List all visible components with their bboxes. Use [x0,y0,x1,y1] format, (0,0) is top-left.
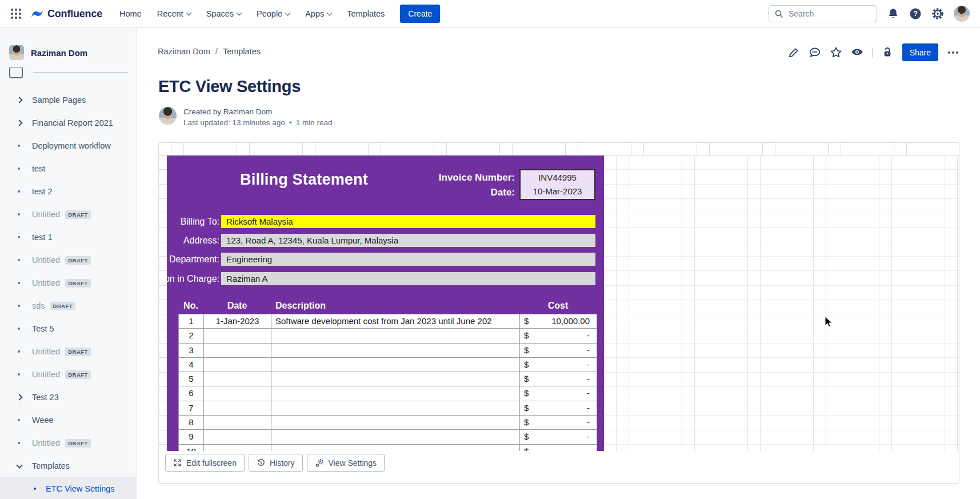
fullscreen-icon [173,458,182,467]
cell-no: 3 [179,344,204,358]
share-button[interactable]: Share [902,43,938,61]
author-avatar[interactable] [159,107,177,125]
draft-badge: DRAFT [50,302,76,310]
chevron-down-icon [186,10,191,15]
create-button[interactable]: Create [400,5,440,23]
sidebar-page-item[interactable]: Untitled DRAFT [0,340,136,363]
page-title: ETC View Settings [158,77,301,96]
sidebar-partial-item [0,66,136,83]
divider [33,72,128,73]
sidebar-item-label: Deployment workflow [32,141,111,150]
watch-eye-icon[interactable] [851,46,863,59]
svg-text:?: ? [913,10,918,18]
sidebar-page-item[interactable]: test [0,157,136,180]
cell-description [271,430,520,444]
sidebar-page-item[interactable]: sds DRAFT [0,294,136,317]
divider [872,47,873,58]
sidebar-page-item[interactable]: Deployment workflow [0,134,136,157]
nav-spaces[interactable]: Spaces [206,9,241,18]
space-name: Raziman Dom [31,48,87,58]
view-settings-button[interactable]: View Settings [307,454,385,472]
sidebar-page-item[interactable]: test 2 [0,180,136,203]
header-cost: Cost [519,301,597,311]
sidebar-page-item[interactable]: Test 23 [0,386,136,409]
breadcrumb-templates-link[interactable]: Templates [223,47,261,56]
sidebar-page-item[interactable]: Untitled DRAFT [0,203,136,226]
nav-recent[interactable]: Recent [157,9,191,18]
space-header[interactable]: Raziman Dom [9,45,87,60]
spreadsheet-macro: Billing Statement Invoice Number: Date: … [158,142,959,484]
last-updated[interactable]: Last updated: 13 minutes ago [183,118,285,127]
settings-gear-icon[interactable] [931,7,944,20]
table-row: 7 $ - [179,401,597,416]
notifications-bell-icon[interactable] [887,7,899,20]
sidebar-item-label: Untitled [32,256,60,265]
sidebar-item-label: Untitled [32,438,60,448]
sidebar-page-item[interactable]: ETC View Settings [0,477,136,499]
cell-description [271,329,520,343]
cell-no: 8 [179,416,204,430]
app-switcher-icon[interactable] [10,8,22,19]
cell-currency: $ [520,344,536,358]
breadcrumb-space-link[interactable]: Raziman Dom [158,47,210,56]
sidebar-page-item[interactable]: Untitled DRAFT [0,432,136,454]
sidebar-page-item[interactable]: Untitled DRAFT [0,363,136,386]
sidebar-item-label: Untitled [32,347,60,356]
comment-icon[interactable] [809,46,821,59]
cell-description [271,386,520,401]
invoice-value-box: INV44995 10-Mar-2023 [519,169,595,200]
chevron-down-icon [237,10,242,15]
history-button[interactable]: History [249,454,303,472]
byline: Created by Raziman Dom Last updated: 13 … [159,107,332,127]
search-box[interactable] [769,5,877,22]
sidebar-page-item[interactable]: Templates [0,454,136,477]
sidebar-item-label: Test 23 [32,393,59,402]
item-marker-icon [18,373,20,376]
person-in-charge-value: Raziman A [221,272,595,285]
sidebar-page-item[interactable]: Untitled DRAFT [0,249,136,272]
cell-date [204,372,271,386]
sidebar-item-label: test 2 [32,187,52,196]
sidebar-page-item[interactable]: Weee [0,409,136,432]
item-marker-icon [18,236,20,238]
item-marker-icon [16,97,22,103]
cell-currency: $ [520,445,536,451]
sidebar-page-item[interactable]: test 1 [0,226,136,249]
cell-description [271,358,520,372]
draft-badge: DRAFT [65,439,91,448]
edit-fullscreen-button[interactable]: Edit fullscreen [165,454,245,472]
search-input[interactable] [787,9,864,19]
cell-description [271,401,520,416]
cell-description [271,416,520,430]
user-avatar[interactable] [954,6,970,22]
sidebar-page-item[interactable]: Test 5 [0,317,136,340]
cost-table-body: 1 1-Jan-2023 Software development cost f… [178,314,597,451]
item-marker-icon [18,259,20,261]
cell-no: 1 [179,314,204,329]
table-row: 5 $ - [179,372,597,386]
sidebar-item-label: Templates [32,461,70,470]
star-icon[interactable] [830,46,842,59]
help-icon[interactable]: ? [909,7,922,20]
sidebar-page-item[interactable]: Sample Pages [0,89,136,111]
nav-people[interactable]: People [257,9,290,18]
more-actions-icon[interactable] [947,49,959,56]
nav-home[interactable]: Home [119,9,142,18]
unlock-restrictions-icon[interactable] [881,46,894,59]
sidebar-page-item[interactable]: Untitled DRAFT [0,272,136,294]
nav-templates[interactable]: Templates [347,9,385,18]
nav-apps[interactable]: Apps [305,9,331,18]
sidebar-page-item[interactable]: Financial Report 2021 [0,111,136,134]
invoice-number-label: Invoice Number: [384,170,515,185]
item-marker-icon [16,462,22,468]
chevron-down-icon [285,10,291,15]
department-value: Engineering [221,253,595,266]
space-sidebar: Raziman Dom Sample Pages Financial Repor… [0,28,137,499]
cell-date [204,329,271,343]
table-row: 10 $ - [179,445,597,451]
history-icon [257,458,265,467]
draft-badge: DRAFT [65,348,91,356]
confluence-brand[interactable]: Confluence [31,7,102,20]
cell-currency: $ [520,386,536,401]
edit-pencil-icon[interactable] [787,46,800,59]
